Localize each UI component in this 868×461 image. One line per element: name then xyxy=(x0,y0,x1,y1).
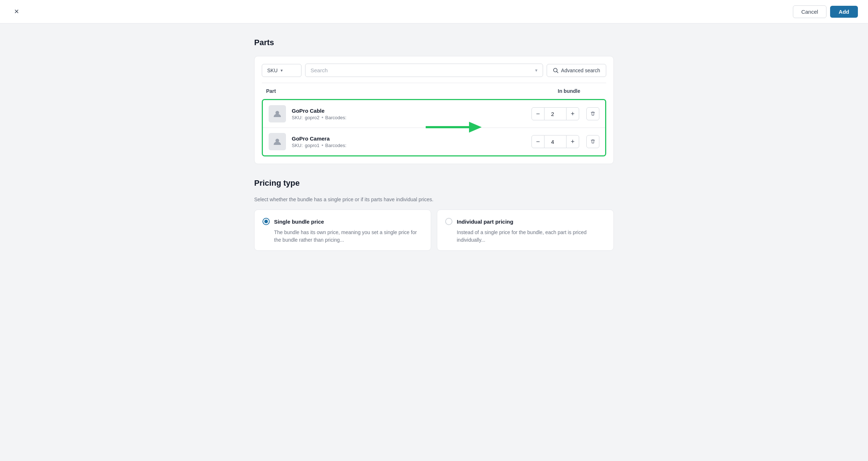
part-meta: SKU: gopro1 Barcodes: xyxy=(292,143,531,148)
pricing-card-header: Individual part pricing xyxy=(445,218,606,225)
pricing-card-header: Single bundle price xyxy=(262,218,423,225)
avatar xyxy=(269,133,286,150)
pricing-individual-desc: Instead of a single price for the bundle… xyxy=(445,229,606,244)
trash-icon xyxy=(590,139,596,145)
part-info: GoPro Camera SKU: gopro1 Barcodes: xyxy=(292,135,531,148)
search-panel: SKU ▾ ▾ Advanced search Part xyxy=(254,56,614,164)
quantity-controls: − + xyxy=(531,135,579,148)
radio-single[interactable] xyxy=(262,218,270,225)
main-content: Parts SKU ▾ ▾ Advanced search xyxy=(243,23,625,265)
quantity-input[interactable] xyxy=(544,135,566,148)
search-input[interactable] xyxy=(311,67,535,73)
sku-dropdown[interactable]: SKU ▾ xyxy=(262,64,301,77)
parts-list: GoPro Cable SKU: gopro2 Barcodes: − xyxy=(262,99,606,156)
pricing-options: Single bundle price The bundle has its o… xyxy=(254,210,614,251)
part-barcodes-label: Barcodes: xyxy=(325,143,347,148)
close-button[interactable]: × xyxy=(10,5,23,18)
quantity-increase-button[interactable]: + xyxy=(566,107,579,120)
pricing-card-single[interactable]: Single bundle price The bundle has its o… xyxy=(254,210,431,251)
quantity-increase-button[interactable]: + xyxy=(566,135,579,148)
quantity-input[interactable] xyxy=(544,107,566,120)
col-in-bundle-label: In bundle xyxy=(558,88,602,94)
part-sku-value: gopro1 xyxy=(305,143,319,148)
quantity-controls: − + xyxy=(531,107,579,120)
delete-button[interactable] xyxy=(586,135,599,148)
table-row: GoPro Cable SKU: gopro2 Barcodes: − xyxy=(263,100,605,128)
part-sku-label: SKU: xyxy=(292,143,303,148)
part-sku-value: gopro2 xyxy=(305,115,319,120)
pricing-card-individual[interactable]: Individual part pricing Instead of a sin… xyxy=(437,210,614,251)
pricing-individual-label: Individual part pricing xyxy=(457,219,513,225)
separator xyxy=(322,145,323,146)
advanced-search-button[interactable]: Advanced search xyxy=(547,64,606,77)
add-button[interactable]: Add xyxy=(830,6,858,18)
part-barcodes-label: Barcodes: xyxy=(325,115,347,120)
quantity-decrease-button[interactable]: − xyxy=(531,107,544,120)
table-row: GoPro Camera SKU: gopro1 Barcodes: − xyxy=(263,128,605,155)
part-name: GoPro Cable xyxy=(292,108,531,114)
advanced-search-label: Advanced search xyxy=(561,68,600,73)
separator xyxy=(322,117,323,118)
trash-icon xyxy=(590,111,596,117)
radio-individual[interactable] xyxy=(445,218,452,225)
search-bar-row: SKU ▾ ▾ Advanced search xyxy=(262,64,606,77)
part-name: GoPro Camera xyxy=(292,135,531,142)
pricing-single-label: Single bundle price xyxy=(274,219,324,225)
table-header: Part In bundle xyxy=(262,83,606,98)
part-sku-label: SKU: xyxy=(292,115,303,120)
cancel-button[interactable]: Cancel xyxy=(793,5,826,18)
delete-button[interactable] xyxy=(586,107,599,120)
part-meta: SKU: gopro2 Barcodes: xyxy=(292,115,531,120)
quantity-decrease-button[interactable]: − xyxy=(531,135,544,148)
person-icon xyxy=(273,137,282,146)
sku-chevron-icon: ▾ xyxy=(281,68,283,73)
svg-line-1 xyxy=(557,72,558,73)
pricing-section: Pricing type Select whether the bundle h… xyxy=(254,178,614,251)
search-input-wrap: ▾ xyxy=(305,64,543,77)
avatar xyxy=(269,105,286,122)
col-part-label: Part xyxy=(266,88,558,94)
parts-title: Parts xyxy=(254,38,614,47)
pricing-title: Pricing type xyxy=(254,178,614,188)
search-chevron-icon: ▾ xyxy=(535,68,538,73)
parts-panel: Parts SKU ▾ ▾ Advanced search xyxy=(254,38,614,164)
top-bar-actions: Cancel Add xyxy=(793,5,858,18)
part-info: GoPro Cable SKU: gopro2 Barcodes: xyxy=(292,108,531,120)
sku-label: SKU xyxy=(267,68,278,73)
person-icon xyxy=(273,109,282,119)
pricing-description: Select whether the bundle has a single p… xyxy=(254,197,614,202)
top-bar: × Cancel Add xyxy=(0,0,868,23)
pricing-single-desc: The bundle has its own price, meaning yo… xyxy=(262,229,423,244)
search-icon xyxy=(553,68,559,73)
